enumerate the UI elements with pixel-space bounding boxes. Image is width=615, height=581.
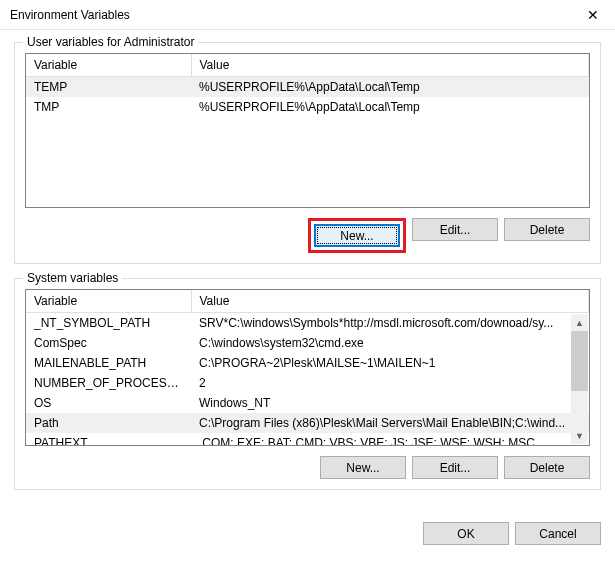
user-new-button[interactable]: New... — [314, 224, 400, 247]
system-header-value[interactable]: Value — [191, 290, 589, 313]
titlebar: Environment Variables ✕ — [0, 0, 615, 30]
system-edit-button[interactable]: Edit... — [412, 456, 498, 479]
table-row[interactable]: _NT_SYMBOL_PATH SRV*C:\windows\Symbols*h… — [26, 313, 589, 333]
var-name: PATHEXT — [26, 433, 191, 445]
user-header-variable[interactable]: Variable — [26, 54, 191, 77]
var-name: _NT_SYMBOL_PATH — [26, 313, 191, 333]
var-name: TMP — [26, 97, 191, 117]
system-delete-button[interactable]: Delete — [504, 456, 590, 479]
table-row[interactable]: NUMBER_OF_PROCESSORS 2 — [26, 373, 589, 393]
user-variables-group: User variables for Administrator Variabl… — [14, 42, 601, 264]
table-row[interactable]: MAILENABLE_PATH C:\PROGRA~2\Plesk\MAILSE… — [26, 353, 589, 373]
dialog-body: User variables for Administrator Variabl… — [0, 30, 615, 518]
system-header-variable[interactable]: Variable — [26, 290, 191, 313]
system-button-row: New... Edit... Delete — [25, 456, 590, 479]
close-icon: ✕ — [587, 7, 599, 23]
var-value: C:\PROGRA~2\Plesk\MAILSE~1\MAILEN~1 — [191, 353, 589, 373]
var-name: NUMBER_OF_PROCESSORS — [26, 373, 191, 393]
var-name: OS — [26, 393, 191, 413]
var-value: Windows_NT — [191, 393, 589, 413]
var-value: .COM;.EXE;.BAT;.CMD;.VBS;.VBE;.JS;.JSE;.… — [191, 433, 589, 445]
scroll-thumb[interactable] — [571, 331, 588, 391]
var-value: %USERPROFILE%\AppData\Local\Temp — [191, 97, 589, 117]
table-row[interactable]: TMP %USERPROFILE%\AppData\Local\Temp — [26, 97, 589, 117]
window-title: Environment Variables — [10, 8, 130, 22]
user-button-row: New... Edit... Delete — [25, 218, 590, 253]
user-delete-button[interactable]: Delete — [504, 218, 590, 241]
table-row[interactable]: Path C:\Program Files (x86)\Plesk\Mail S… — [26, 413, 589, 433]
var-name: Path — [26, 413, 191, 433]
var-name: TEMP — [26, 77, 191, 97]
dialog-button-row: OK Cancel — [0, 518, 615, 545]
var-value: SRV*C:\windows\Symbols*http://msdl.micro… — [191, 313, 589, 333]
user-edit-button[interactable]: Edit... — [412, 218, 498, 241]
cancel-button[interactable]: Cancel — [515, 522, 601, 545]
var-value: %USERPROFILE%\AppData\Local\Temp — [191, 77, 589, 97]
var-name: MAILENABLE_PATH — [26, 353, 191, 373]
system-variables-group: System variables Variable Value _NT_SYMB… — [14, 278, 601, 490]
var-value: C:\windows\system32\cmd.exe — [191, 333, 589, 353]
table-row[interactable]: ComSpec C:\windows\system32\cmd.exe — [26, 333, 589, 353]
table-row[interactable]: TEMP %USERPROFILE%\AppData\Local\Temp — [26, 77, 589, 97]
user-variables-table[interactable]: Variable Value TEMP %USERPROFILE%\AppDat… — [25, 53, 590, 208]
system-new-button[interactable]: New... — [320, 456, 406, 479]
table-row[interactable]: OS Windows_NT — [26, 393, 589, 413]
user-group-legend: User variables for Administrator — [23, 35, 198, 49]
scroll-up-icon[interactable]: ▲ — [571, 314, 588, 331]
table-row[interactable]: PATHEXT .COM;.EXE;.BAT;.CMD;.VBS;.VBE;.J… — [26, 433, 589, 445]
scroll-down-icon[interactable]: ▼ — [571, 427, 588, 444]
system-scrollbar[interactable]: ▲ ▼ — [571, 314, 588, 444]
var-value: C:\Program Files (x86)\Plesk\Mail Server… — [191, 413, 589, 433]
user-header-value[interactable]: Value — [191, 54, 589, 77]
new-button-highlight: New... — [308, 218, 406, 253]
ok-button[interactable]: OK — [423, 522, 509, 545]
var-value: 2 — [191, 373, 589, 393]
close-button[interactable]: ✕ — [570, 0, 615, 30]
var-name: ComSpec — [26, 333, 191, 353]
system-group-legend: System variables — [23, 271, 122, 285]
system-variables-table[interactable]: Variable Value _NT_SYMBOL_PATH SRV*C:\wi… — [25, 289, 590, 446]
